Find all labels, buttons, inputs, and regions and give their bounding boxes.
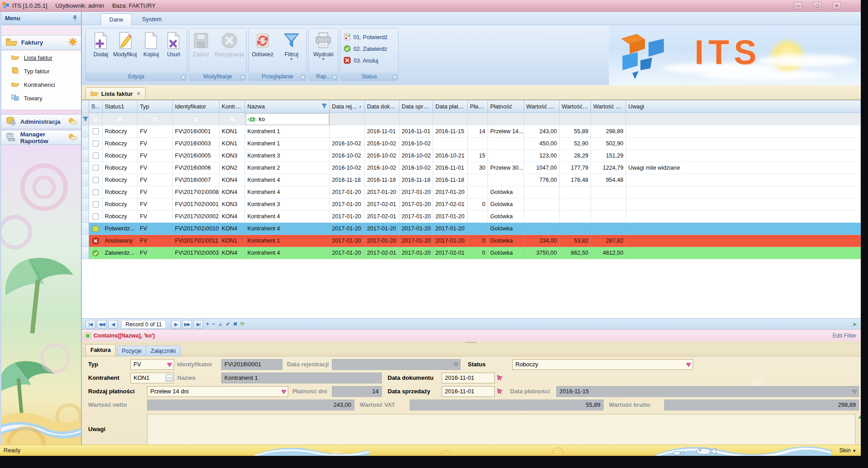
group-dialog-launcher-icon[interactable] (301, 75, 305, 79)
odswiez-button[interactable]: Odśwież (249, 31, 277, 58)
splitter-handle[interactable]: ••••• (82, 341, 861, 345)
grid-cell[interactable]: Roboczy (103, 198, 138, 210)
grid-cell[interactable]: 2016-10-02 (365, 162, 399, 174)
data-dokumentu-field[interactable]: 2016-11-01 (442, 373, 495, 383)
grid-cell[interactable]: Gotówka (488, 247, 524, 259)
row-status-cell[interactable] (89, 126, 103, 137)
grid-cell[interactable]: 2017-01-20 (399, 247, 433, 259)
sidebar-group-manager-raportow[interactable]: Manager Raportów (1, 130, 81, 145)
row-status-cell[interactable] (89, 138, 103, 149)
grid-cell[interactable]: 2017-01-20 (330, 247, 365, 259)
grid-cell[interactable]: 2016-10-02 (399, 138, 433, 149)
close-button[interactable]: ✕ (832, 2, 841, 9)
pin-icon[interactable] (72, 14, 77, 22)
grid-cell[interactable]: 2016-10-02 (399, 150, 433, 162)
column-header-15[interactable]: Uwagi (626, 100, 861, 113)
grid-cell[interactable]: KON4 (219, 247, 245, 259)
grid-cell[interactable]: 2016-11-01 (433, 162, 468, 174)
grid-cell[interactable]: KON1 (219, 138, 245, 149)
clear-filter-icon[interactable] (82, 113, 89, 126)
ellipsis-button[interactable]: ⋯ (166, 374, 173, 382)
column-header-1[interactable]: Status1 (103, 100, 138, 113)
filter-funnel-icon[interactable] (322, 104, 327, 108)
filter-cell[interactable] (591, 113, 626, 126)
grid-cell[interactable]: Kontrahent 1 (245, 235, 330, 247)
grid-cell[interactable] (559, 198, 591, 210)
zapisz-button[interactable]: Zapisz (188, 31, 214, 58)
grid-cell[interactable]: 2017-01-20 (330, 235, 365, 247)
grid-cell[interactable]: KON3 (219, 198, 245, 210)
grid-cell[interactable]: 2016-11-15 (433, 126, 468, 137)
row-indicator[interactable] (82, 150, 89, 162)
grid-cell[interactable]: 2017-01-20 (399, 198, 433, 210)
grid-cell[interactable]: FV (138, 174, 173, 186)
row-indicator[interactable] (82, 198, 89, 211)
grid-cell[interactable]: FV (138, 150, 173, 162)
edit-filter-link[interactable]: Edit Filter (832, 333, 856, 339)
column-header-0[interactable]: St... (89, 100, 103, 113)
sidebar-group-faktury[interactable]: Faktury (1, 35, 81, 50)
grid-cell[interactable]: 178,48 (559, 174, 591, 186)
grid-cell[interactable]: Roboczy (103, 186, 138, 198)
grid-cell[interactable]: 2017-02-01 (433, 247, 468, 259)
grid-cell[interactable] (626, 223, 861, 234)
grid-cell[interactable]: Roboczy (103, 126, 138, 137)
grid-cell[interactable]: Uwagi mile widziane (626, 162, 861, 174)
grid-cell[interactable]: 14 (468, 126, 488, 137)
grid-cell[interactable]: Kontrahent 1 (245, 138, 330, 149)
row-status-cell[interactable] (89, 198, 103, 210)
row-checkbox[interactable] (93, 213, 99, 220)
detail-tab-faktura[interactable]: Faktura (85, 344, 116, 356)
dodaj-button[interactable]: Dodaj (87, 31, 115, 58)
column-header-5[interactable]: Nazwa (245, 100, 330, 113)
row-indicator[interactable] (82, 223, 89, 235)
table-row[interactable]: RoboczyFVFV\2017\02\0001KON3Kontrahent 3… (82, 198, 861, 211)
column-header-13[interactable]: Wartość VAT (559, 100, 591, 113)
grid-cell[interactable] (488, 150, 524, 162)
grid-cell[interactable]: 2017-01-20 (365, 186, 399, 198)
grid-cell[interactable]: 2017-01-20 (433, 235, 468, 247)
grid-cell[interactable]: 2016-11-01 (399, 126, 433, 137)
grid-cell[interactable] (626, 138, 861, 149)
table-row[interactable]: RoboczyFVFV\2016\0007KON4Kontrahent 4201… (82, 174, 861, 186)
grid-cell[interactable]: KON3 (219, 150, 245, 162)
grid-cell[interactable]: KON4 (219, 211, 245, 222)
sidebar-item-kontrahenci[interactable]: Kontrahenci (1, 78, 81, 91)
grid-cell[interactable]: 2016-11-18 (433, 174, 468, 186)
grid-cell[interactable]: Roboczy (103, 150, 138, 162)
row-status-cell[interactable] (89, 174, 103, 186)
grid-cell[interactable] (468, 186, 488, 198)
grid-cell[interactable] (626, 247, 861, 259)
nav-prev-button[interactable]: ◀ (108, 320, 118, 328)
grid-cell[interactable] (524, 223, 559, 234)
grid-cell[interactable]: FV\2017\02\0001 (173, 198, 219, 210)
grid-cell[interactable]: Gotówka (488, 211, 524, 222)
status-potwierdz-button[interactable]: 01. Potwierdź (344, 32, 388, 43)
grid-cell[interactable]: Gotówka (488, 235, 524, 247)
nav-last-button[interactable]: ▶| (193, 320, 203, 328)
maximize-button[interactable]: ▢ (813, 2, 822, 9)
grid-cell[interactable]: 776,00 (524, 174, 559, 186)
grid-cell[interactable]: 234,00 (524, 235, 559, 247)
grid-cell[interactable]: 862,50 (559, 247, 591, 259)
grid-cell[interactable]: KON4 (219, 186, 245, 198)
grid-cell[interactable] (468, 223, 488, 234)
grid-cell[interactable]: 15 (468, 150, 488, 162)
row-status-cell[interactable] (89, 150, 103, 162)
grid-cell[interactable]: 2017-01-20 (433, 186, 468, 198)
title-bar[interactable]: ITS [1.0.25.1] Użytkownik: admin Baza: F… (0, 0, 861, 12)
grid-cell[interactable]: 2016-10-02 (365, 138, 399, 149)
grid-cell[interactable] (524, 186, 559, 198)
row-indicator[interactable] (82, 174, 89, 186)
grid-cell[interactable]: 287,82 (591, 235, 626, 247)
grid-cell[interactable]: Kontrahent 3 (245, 150, 330, 162)
grid-cell[interactable]: 0 (468, 198, 488, 210)
grid-cell[interactable] (626, 198, 861, 210)
grid-cell[interactable] (559, 211, 591, 222)
nav-prev-page-button[interactable]: ◀◀ (97, 320, 107, 328)
filter-cell[interactable] (103, 113, 138, 126)
grid-cell[interactable]: 954,48 (591, 174, 626, 186)
filter-cell[interactable] (330, 113, 365, 126)
grid-cell[interactable]: 2016-10-02 (330, 150, 365, 162)
grid-cell[interactable]: Kontrahent 4 (245, 223, 330, 234)
